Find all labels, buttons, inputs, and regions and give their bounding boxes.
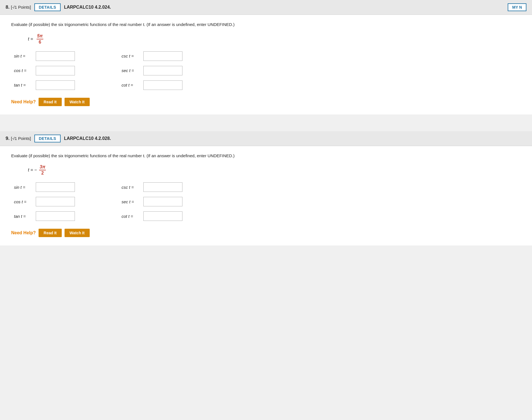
question-9-block: 9. [-/1 Points] DETAILS LARPCALC10 4.2.0…	[0, 131, 532, 246]
question-8-block: 8. [-/1 Points] DETAILS LARPCALC10 4.2.0…	[0, 0, 532, 114]
read-it-button-8[interactable]: Read It	[39, 98, 62, 106]
need-help-label-8: Need Help?	[11, 99, 36, 104]
trig-row-cot-9: cot t =	[122, 211, 207, 221]
question-8-trig-grid: sin t = csc t = cos t = sec t =	[11, 51, 207, 90]
watch-it-button-8[interactable]: Watch It	[65, 98, 90, 106]
question-8-number: 8. [-/1 Points]	[6, 4, 31, 10]
question-8-details-button[interactable]: DETAILS	[34, 3, 61, 11]
sin-label-9: sin t =	[14, 185, 34, 190]
need-help-row-8: Need Help? Read It Watch It	[11, 98, 521, 106]
trig-row-sin-9: sin t =	[14, 182, 99, 192]
trig-row-cos-9: cos t =	[14, 197, 99, 206]
question-9-number: 9. [-/1 Points]	[6, 136, 31, 141]
tan-label-8: tan t =	[14, 83, 34, 87]
trig-row-sec-8: sec t =	[122, 66, 207, 75]
trig-row-cot-8: cot t =	[122, 80, 207, 90]
trig-row-tan-9: tan t =	[14, 211, 99, 221]
need-help-label-9: Need Help?	[11, 230, 36, 235]
cot-input-8[interactable]	[143, 80, 182, 90]
question-9-denominator: 2	[41, 170, 44, 176]
question-8-code: LARPCALC10 4.2.024.	[64, 5, 111, 10]
csc-input-9[interactable]	[143, 182, 182, 192]
cos-input-9[interactable]	[36, 197, 75, 206]
cos-label-8: cos t =	[14, 68, 34, 73]
question-9-instruction: Evaluate (if possible) the six trigonome…	[11, 153, 521, 159]
question-9-t-value: t = − 3π 2	[11, 164, 521, 176]
question-8-instruction: Evaluate (if possible) the six trigonome…	[11, 22, 521, 28]
watch-it-button-9[interactable]: Watch It	[65, 229, 90, 237]
sin-input-9[interactable]	[36, 182, 75, 192]
separator	[0, 123, 532, 131]
question-8-denominator: 6	[38, 39, 42, 45]
csc-label-8: csc t =	[122, 54, 141, 58]
read-it-button-9[interactable]: Read It	[39, 229, 62, 237]
question-9-numerator: 3π	[39, 164, 46, 170]
need-help-row-9: Need Help? Read It Watch It	[11, 229, 521, 237]
csc-input-8[interactable]	[143, 51, 182, 61]
csc-label-9: csc t =	[122, 185, 141, 190]
cot-label-9: cot t =	[122, 214, 141, 219]
cos-label-9: cos t =	[14, 199, 34, 204]
sec-input-8[interactable]	[143, 66, 182, 75]
cot-label-8: cot t =	[122, 83, 141, 87]
tan-input-8[interactable]	[36, 80, 75, 90]
sin-input-8[interactable]	[36, 51, 75, 61]
tan-input-9[interactable]	[36, 211, 75, 221]
trig-row-cos-8: cos t =	[14, 66, 99, 75]
question-9-body: Evaluate (if possible) the six trigonome…	[0, 146, 532, 246]
question-8-header: 8. [-/1 Points] DETAILS LARPCALC10 4.2.0…	[0, 0, 532, 15]
cos-input-8[interactable]	[36, 66, 75, 75]
question-9-header: 9. [-/1 Points] DETAILS LARPCALC10 4.2.0…	[0, 131, 532, 146]
page-container: 8. [-/1 Points] DETAILS LARPCALC10 4.2.0…	[0, 0, 532, 245]
cot-input-9[interactable]	[143, 211, 182, 221]
trig-row-csc-9: csc t =	[122, 182, 207, 192]
sec-label-8: sec t =	[122, 68, 141, 73]
sec-label-9: sec t =	[122, 199, 141, 204]
question-9-details-button[interactable]: DETAILS	[34, 135, 61, 142]
question-8-t-value: t = 5π 6	[11, 34, 521, 45]
question-9-fraction: 3π 2	[39, 164, 46, 176]
question-8-t-eq: t =	[28, 37, 34, 42]
trig-row-tan-8: tan t =	[14, 80, 99, 90]
question-8-numerator: 5π	[37, 34, 43, 39]
sin-label-8: sin t =	[14, 54, 34, 58]
question-8-body: Evaluate (if possible) the six trigonome…	[0, 15, 532, 114]
trig-row-sin-8: sin t =	[14, 51, 99, 61]
question-9-code: LARPCALC10 4.2.028.	[64, 136, 111, 141]
question-8-fraction: 5π 6	[37, 34, 43, 45]
my-notes-button-8[interactable]: MY N	[508, 3, 526, 11]
trig-row-sec-9: sec t =	[122, 197, 207, 206]
tan-label-9: tan t =	[14, 214, 34, 219]
question-9-trig-grid: sin t = csc t = cos t = sec t =	[11, 182, 207, 221]
question-9-t-eq: t = −	[28, 168, 37, 173]
trig-row-csc-8: csc t =	[122, 51, 207, 61]
sec-input-9[interactable]	[143, 197, 182, 206]
